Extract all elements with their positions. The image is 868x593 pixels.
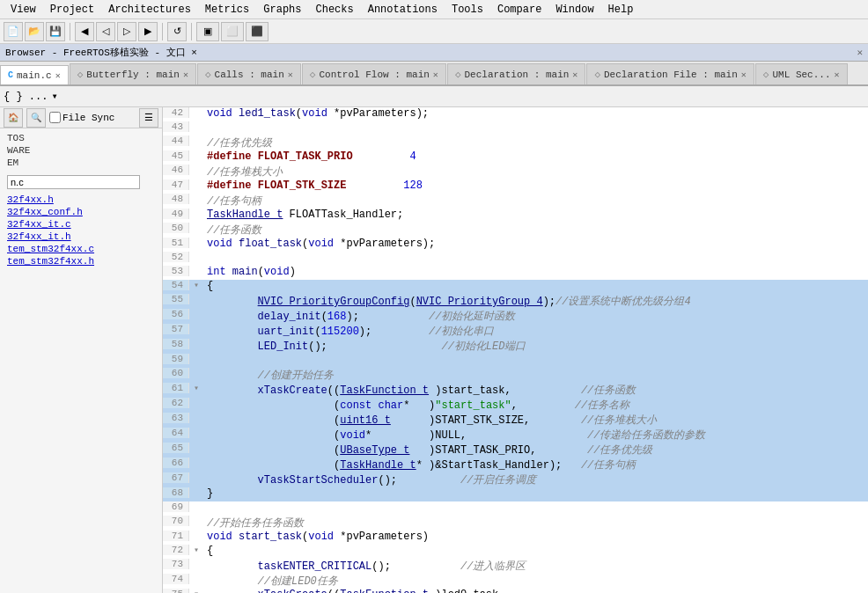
refresh-button[interactable]: ↺ (167, 22, 187, 41)
code-line-69: 69 (163, 501, 868, 516)
file-sync-label: File Sync (49, 112, 114, 123)
menu-project[interactable]: Project (43, 2, 101, 18)
code-line-46: 46 //任务堆栈大小 (163, 165, 868, 179)
code-line-53: 53 int main(void) (163, 266, 868, 280)
code-line-44: 44 //任务优先级 (163, 135, 868, 150)
sidebar-item-ware[interactable]: WARE (0, 144, 162, 157)
editor-content: 42 void led1_task(void *pvParameters); 4… (163, 107, 868, 593)
sidebar-toolbar: 🏠 🔍 File Sync ☰ (0, 107, 162, 128)
sidebar-item-em[interactable]: EM (0, 157, 162, 169)
new-button[interactable]: 📄 (4, 22, 23, 41)
menu-tools[interactable]: Tools (445, 2, 490, 18)
file-sync-checkbox[interactable] (49, 112, 61, 123)
code-line-54: 54 ▾ { (163, 280, 868, 294)
tab-declaration-close[interactable]: ✕ (572, 70, 577, 80)
code-line-61: 61 ▾ xTaskCreate((TaskFunction_t )start_… (163, 383, 868, 398)
code-line-50: 50 //任务函数 (163, 223, 868, 238)
sidebar-menu-button[interactable]: ☰ (139, 108, 158, 128)
tab-calls-label: Calls : main (215, 70, 284, 80)
code-line-55: 55 NVIC_PriorityGroupConfig(NVIC_Priorit… (163, 294, 868, 309)
sidebar-search-button[interactable]: 🔍 (26, 108, 46, 128)
tab-main-c[interactable]: C main.c ✕ (0, 65, 69, 86)
window-close[interactable]: ✕ (857, 47, 863, 58)
code-line-47: 47 #define FLOAT_STK_SIZE 128 (163, 179, 868, 194)
save-button[interactable]: 💾 (46, 22, 65, 41)
menu-metrics[interactable]: Metrics (198, 2, 256, 18)
sidebar-file-tem-stm32f4xx-h[interactable]: tem_stm32f4xx.h (0, 255, 162, 267)
tab-uml-close[interactable]: ✕ (835, 70, 840, 80)
menu-annotations[interactable]: Annotations (361, 2, 445, 18)
code-line-75: 75 ▾ xTaskCreate((TaskFunction_t )led0_t… (163, 589, 868, 593)
tab-butterfly[interactable]: ◇ Butterfly : main ✕ (70, 63, 196, 84)
open-button[interactable]: 📂 (25, 22, 44, 41)
code-line-57: 57 uart_init(115200); //初始化串口 (163, 324, 868, 339)
redo-button[interactable]: ▷ (117, 22, 136, 41)
layout1-button[interactable]: ▣ (196, 22, 219, 41)
code-line-64: 64 (void* )NULL, //传递给任务函数的参数 (163, 428, 868, 443)
menu-help[interactable]: Help (601, 2, 641, 18)
tab-calls-icon: ◇ (205, 69, 211, 80)
tab-calls-close[interactable]: ✕ (288, 70, 293, 80)
code-line-66: 66 (TaskHandle_t* )&StartTask_Handler); … (163, 458, 868, 472)
menu-view[interactable]: View (4, 2, 43, 18)
layout3-button[interactable]: ⬛ (246, 22, 268, 41)
code-line-70: 70 //开始任务任务函数 (163, 516, 868, 531)
tab-declaration-file[interactable]: ◇ Declaration File : main ✕ (586, 63, 754, 84)
code-line-63: 63 (uint16_t )START_STK_SIZE, //任务堆栈大小 (163, 413, 868, 428)
tab-main-c-label: main.c (17, 70, 52, 81)
code-line-62: 62 (const char* )"start_task", //任务名称 (163, 398, 868, 413)
breadcrumb-arrow[interactable]: ▾ (51, 90, 57, 103)
menu-compare[interactable]: Compare (490, 2, 548, 18)
tab-butterfly-icon: ◇ (77, 69, 84, 80)
sidebar-home-button[interactable]: 🏠 (4, 108, 23, 128)
tab-butterfly-label: Butterfly : main (86, 70, 180, 80)
code-line-43: 43 (163, 121, 868, 135)
menu-window[interactable]: Window (548, 2, 600, 18)
menu-architectures[interactable]: Architectures (101, 2, 198, 18)
undo2-button[interactable]: ◁ (96, 22, 115, 41)
tab-declaration-file-label: Declaration File : main (604, 70, 738, 80)
sidebar-file-32f4xx-h[interactable]: 32f4xx.h (0, 194, 162, 206)
tab-declaration-icon: ◇ (455, 69, 461, 80)
tab-control-flow[interactable]: ◇ Control Flow : main ✕ (302, 63, 446, 84)
tab-declaration-file-close[interactable]: ✕ (741, 70, 747, 80)
code-line-58: 58 LED_Init(); //初始化LED端口 (163, 339, 868, 354)
tab-calls[interactable]: ◇ Calls : main ✕ (197, 63, 301, 84)
tab-uml-icon: ◇ (763, 69, 769, 80)
sidebar-item-tos[interactable]: TOS (0, 132, 162, 144)
sidebar-file-32f4xx-it-c[interactable]: 32f4xx_it.c (0, 218, 162, 231)
toolbar2: { } ... ▾ (0, 86, 868, 107)
tab-control-flow-close[interactable]: ✕ (433, 70, 438, 80)
code-editor[interactable]: 42 void led1_task(void *pvParameters); 4… (163, 107, 868, 593)
tab-uml[interactable]: ◇ UML Sec... ✕ (755, 63, 848, 84)
code-line-59: 59 (163, 354, 868, 368)
redo2-button[interactable]: ▶ (138, 22, 158, 41)
menu-checks[interactable]: Checks (309, 2, 361, 18)
toolbar: 📄 📂 💾 ◀ ◁ ▷ ▶ ↺ ▣ ⬜ ⬛ (0, 19, 868, 44)
tab-uml-label: UML Sec... (772, 70, 830, 80)
sidebar-file-32f4xx-it-h[interactable]: 32f4xx_it.h (0, 231, 162, 243)
code-line-52: 52 (163, 252, 868, 266)
undo-button[interactable]: ◀ (75, 22, 94, 41)
code-line-72: 72 ▾ { (163, 545, 868, 559)
menu-graphs[interactable]: Graphs (256, 2, 308, 18)
code-line-48: 48 //任务句柄 (163, 194, 868, 209)
tab-main-c-icon: C (8, 70, 13, 80)
code-line-49: 49 TaskHandle_t FLOATTask_Handler; (163, 209, 868, 223)
tab-control-flow-label: Control Flow : main (319, 70, 429, 80)
sidebar-file-tem-stm32f4xx-c[interactable]: tem_stm32f4xx.c (0, 243, 162, 255)
sidebar-file-32f4xx-conf-h[interactable]: 32f4xx_conf.h (0, 206, 162, 218)
tab-control-flow-icon: ◇ (310, 69, 316, 80)
code-line-51: 51 void float_task(void *pvParameters); (163, 238, 868, 252)
code-line-60: 60 //创建开始任务 (163, 368, 868, 383)
code-line-56: 56 delay_init(168); //初始化延时函数 (163, 309, 868, 324)
layout2-button[interactable]: ⬜ (221, 22, 244, 41)
breadcrumb-braces[interactable]: { } ... (4, 91, 48, 103)
sidebar-search-input[interactable] (7, 175, 140, 189)
tab-declaration[interactable]: ◇ Declaration : main ✕ (447, 63, 585, 84)
tab-main-c-close[interactable]: ✕ (55, 70, 61, 81)
code-line-74: 74 //创建LED0任务 (163, 574, 868, 589)
tab-butterfly-close[interactable]: ✕ (183, 70, 188, 80)
menubar: View Project Architectures Metrics Graph… (0, 0, 868, 19)
window-title: Browser - FreeRTOS移植实验 - 文口 × (5, 46, 857, 59)
